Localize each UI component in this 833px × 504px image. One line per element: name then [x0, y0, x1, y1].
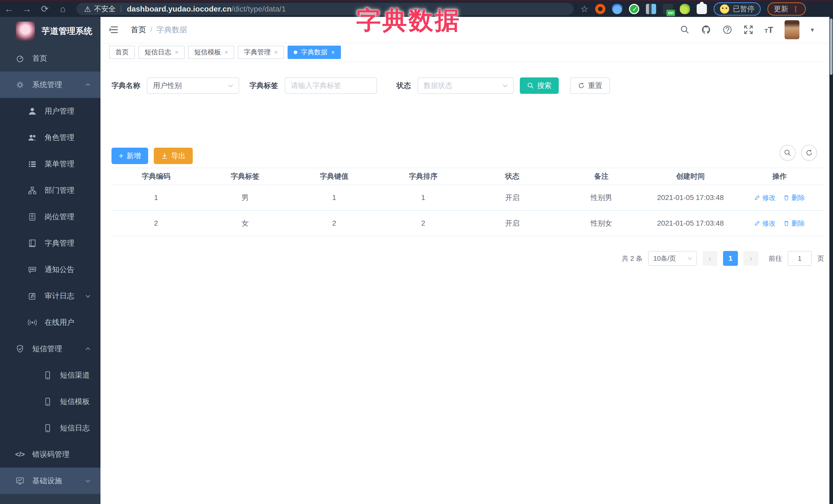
fullscreen-icon[interactable]	[743, 25, 753, 34]
sidebar-item-home[interactable]: 首页	[0, 45, 100, 72]
dict-name-label: 字典名称	[112, 81, 140, 91]
sidebar-item-menus[interactable]: 菜单管理	[0, 151, 100, 177]
table-row: 1 男 1 1 开启 性别男 2021-01-05 17:03:48 修改	[112, 185, 824, 211]
action-bar: + 新增 导出	[112, 148, 193, 164]
col-code: 字典编码	[112, 171, 201, 181]
user-icon	[27, 107, 38, 116]
dict-tag-label: 字典标签	[249, 81, 278, 91]
toggle-search-button[interactable]	[780, 145, 795, 161]
edit-link[interactable]: 修改	[754, 219, 776, 228]
insecure-label: 不安全	[94, 4, 116, 14]
sidebar-item-sms-log[interactable]: 短信日志	[0, 415, 100, 441]
sidebar-item-departments[interactable]: 部门管理	[0, 177, 100, 203]
page-scrollbar[interactable]	[829, 17, 833, 504]
dict-name-select[interactable]: 用户性别	[147, 77, 239, 94]
sidebar-menu: 首页 系统管理 用户管理	[0, 45, 100, 494]
sidebar-collapse-icon[interactable]	[109, 25, 119, 35]
edit-link[interactable]: 修改	[754, 193, 776, 202]
monitor-chart-icon	[15, 477, 25, 485]
dashboard-icon	[15, 54, 25, 63]
refresh-button[interactable]	[801, 145, 817, 161]
col-label: 字典标签	[201, 171, 290, 181]
extension-bars-icon[interactable]	[646, 4, 656, 14]
page-size-select[interactable]: 10条/页	[648, 251, 697, 266]
sidebar-item-online-users[interactable]: 在线用户	[0, 309, 100, 336]
close-icon[interactable]: ×	[274, 49, 278, 56]
status-text: 开启	[468, 218, 557, 228]
phone-icon	[43, 371, 53, 380]
paused-button[interactable]: 已暂停	[714, 2, 761, 16]
sidebar-item-infrastructure[interactable]: 基础设施	[0, 467, 100, 494]
breadcrumb-separator: /	[150, 25, 152, 34]
search-button[interactable]: 搜索	[520, 77, 559, 94]
help-icon[interactable]	[722, 25, 732, 34]
delete-link[interactable]: 删除	[783, 219, 805, 228]
status-label: 状态	[397, 81, 411, 91]
browser-menu-icon[interactable]: ⋮	[792, 5, 800, 14]
scrollbar-thumb[interactable]	[830, 19, 832, 75]
tab-sms-log[interactable]: 短信日志 ×	[138, 46, 185, 59]
tab-dict-data[interactable]: 字典数据 ×	[288, 46, 341, 59]
breadcrumb-home[interactable]: 首页	[131, 25, 146, 35]
user-avatar[interactable]	[785, 20, 800, 39]
goto-label: 前往	[769, 254, 782, 263]
filter-bar: 字典名称 用户性别 字典标签 请输入字典标签 状态 数据状态	[112, 77, 610, 94]
goto-page-input[interactable]: 1	[788, 251, 812, 266]
browser-back-icon[interactable]: ←	[0, 4, 18, 14]
col-remark: 备注	[557, 171, 646, 181]
prev-page-button[interactable]: ‹	[703, 251, 717, 266]
github-icon[interactable]	[701, 25, 711, 35]
code-icon: </>	[15, 450, 25, 458]
sidebar-item-users[interactable]: 用户管理	[0, 98, 100, 124]
url-host: dashboard.yudao.iocoder.cn	[127, 5, 232, 13]
export-button[interactable]: 导出	[154, 148, 193, 164]
app-header: 首页 / 字典数据 TT	[100, 17, 829, 43]
font-size-icon[interactable]: TT	[765, 25, 773, 35]
sidebar-item-sms-channel[interactable]: 短信渠道	[0, 362, 100, 388]
tab-sms-template[interactable]: 短信模板 ×	[188, 46, 234, 59]
list-icon	[27, 160, 38, 168]
add-button[interactable]: + 新增	[112, 148, 148, 164]
address-bar[interactable]: ⚠ 不安全 dashboard.yudao.iocoder.cn /dict/t…	[76, 3, 574, 15]
close-icon[interactable]: ×	[175, 49, 178, 56]
status-text: 开启	[468, 193, 557, 202]
browser-forward-icon[interactable]: →	[18, 4, 36, 14]
avatar-caret-icon[interactable]: ▾	[811, 26, 814, 34]
close-icon[interactable]: ×	[331, 49, 335, 56]
sidebar-item-dict[interactable]: 字典管理	[0, 230, 100, 256]
delete-link[interactable]: 删除	[783, 193, 805, 202]
update-button[interactable]: 更新 ⋮	[767, 2, 806, 16]
extension-switch-icon[interactable]: on	[663, 4, 673, 14]
browser-home-icon[interactable]: ⌂	[54, 4, 72, 14]
extensions-puzzle-icon[interactable]	[697, 4, 707, 14]
extension-sprout-icon[interactable]	[680, 4, 690, 14]
reset-button[interactable]: 重置	[570, 77, 610, 94]
sidebar-item-posts[interactable]: 岗位管理	[0, 203, 100, 230]
browser-refresh-icon[interactable]: ⟳	[36, 4, 54, 14]
phone-icon	[43, 424, 53, 432]
current-page-button[interactable]: 1	[723, 251, 738, 266]
close-icon[interactable]: ×	[224, 49, 228, 56]
book-icon	[27, 239, 38, 248]
bookmark-star-icon[interactable]: ☆	[580, 4, 589, 14]
sidebar-item-notice[interactable]: 通知公告	[0, 256, 100, 283]
status-select[interactable]: 数据状态	[418, 77, 514, 94]
sidebar-item-error-codes[interactable]: </> 错误码管理	[0, 441, 100, 467]
tab-dict-manage[interactable]: 字典管理 ×	[238, 46, 284, 59]
shield-check-icon	[15, 344, 25, 353]
sidebar-item-audit-log[interactable]: 审计日志	[0, 283, 100, 309]
extension-check-icon[interactable]	[629, 4, 639, 14]
chevron-down-icon	[85, 293, 91, 299]
tab-home[interactable]: 首页	[109, 46, 135, 59]
sidebar-item-sms-template[interactable]: 短信模板	[0, 388, 100, 415]
extension-orange-icon[interactable]	[595, 4, 605, 14]
dict-tag-input[interactable]: 请输入字典标签	[285, 77, 377, 94]
sidebar-item-roles[interactable]: 角色管理	[0, 124, 100, 151]
next-page-button[interactable]: ›	[743, 251, 758, 266]
sidebar-item-sms[interactable]: 短信管理	[0, 336, 100, 362]
chevron-up-icon	[85, 81, 91, 88]
extension-drop-icon[interactable]	[612, 4, 622, 14]
sidebar-item-system[interactable]: 系统管理	[0, 72, 100, 98]
logo-row[interactable]: 芋道管理系统	[0, 17, 100, 45]
search-icon[interactable]	[680, 25, 690, 34]
